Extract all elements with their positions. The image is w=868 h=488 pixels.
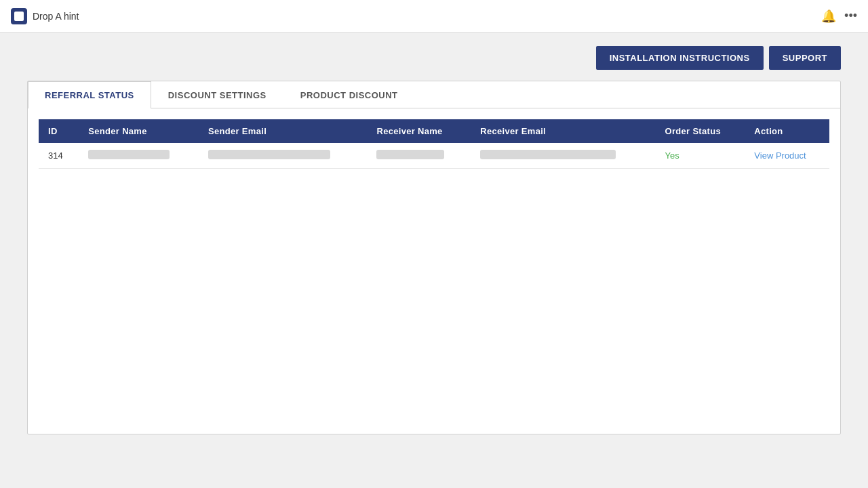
referral-table: ID Sender Name Sender Email Receiver Nam… xyxy=(39,119,829,169)
col-header-action: Action xyxy=(745,119,829,143)
col-header-receiver-name: Receiver Name xyxy=(367,119,471,143)
app-title: Drop A hint xyxy=(33,11,79,22)
main-content: INSTALLATION INSTRUCTIONS SUPPORT REFERR… xyxy=(0,33,868,448)
tabs-header: REFERRAL STATUS DISCOUNT SETTINGS PRODUC… xyxy=(28,81,840,108)
col-header-receiver-email: Receiver Email xyxy=(471,119,655,143)
tab-product-discount[interactable]: PRODUCT DISCOUNT xyxy=(283,81,415,108)
receiver-name-placeholder xyxy=(376,150,444,159)
top-bar-right: 🔔 ••• xyxy=(821,9,857,24)
cell-action: View Product xyxy=(745,143,829,169)
top-bar-left: Drop A hint xyxy=(11,8,79,24)
tabs-container: REFERRAL STATUS DISCOUNT SETTINGS PRODUC… xyxy=(27,81,841,434)
receiver-email-placeholder xyxy=(480,150,616,159)
view-product-link[interactable]: View Product xyxy=(754,150,806,161)
support-button[interactable]: SUPPORT xyxy=(769,46,841,70)
col-header-sender-name: Sender Name xyxy=(79,119,199,143)
cell-sender-email xyxy=(199,143,367,169)
cell-receiver-email xyxy=(471,143,655,169)
order-status-value: Yes xyxy=(665,150,679,161)
cell-id: 314 xyxy=(39,143,79,169)
bell-icon[interactable]: 🔔 xyxy=(821,9,836,24)
installation-instructions-button[interactable]: INSTALLATION INSTRUCTIONS xyxy=(596,46,764,70)
header-buttons: INSTALLATION INSTRUCTIONS SUPPORT xyxy=(27,46,841,70)
tab-referral-status[interactable]: REFERRAL STATUS xyxy=(28,81,151,108)
cell-receiver-name xyxy=(367,143,471,169)
table-row: 314 Yes xyxy=(39,143,829,169)
more-icon[interactable]: ••• xyxy=(844,9,857,23)
sender-email-placeholder xyxy=(208,150,330,159)
app-icon xyxy=(11,8,27,24)
col-header-id: ID xyxy=(39,119,79,143)
cell-order-status: Yes xyxy=(656,143,745,169)
col-header-order-status: Order Status xyxy=(656,119,745,143)
table-container: ID Sender Name Sender Email Receiver Nam… xyxy=(28,108,840,434)
top-bar: Drop A hint 🔔 ••• xyxy=(0,0,868,33)
table-header-row: ID Sender Name Sender Email Receiver Nam… xyxy=(39,119,829,143)
sender-name-placeholder xyxy=(88,150,170,159)
col-header-sender-email: Sender Email xyxy=(199,119,367,143)
tab-discount-settings[interactable]: DISCOUNT SETTINGS xyxy=(151,81,283,108)
cell-sender-name xyxy=(79,143,199,169)
